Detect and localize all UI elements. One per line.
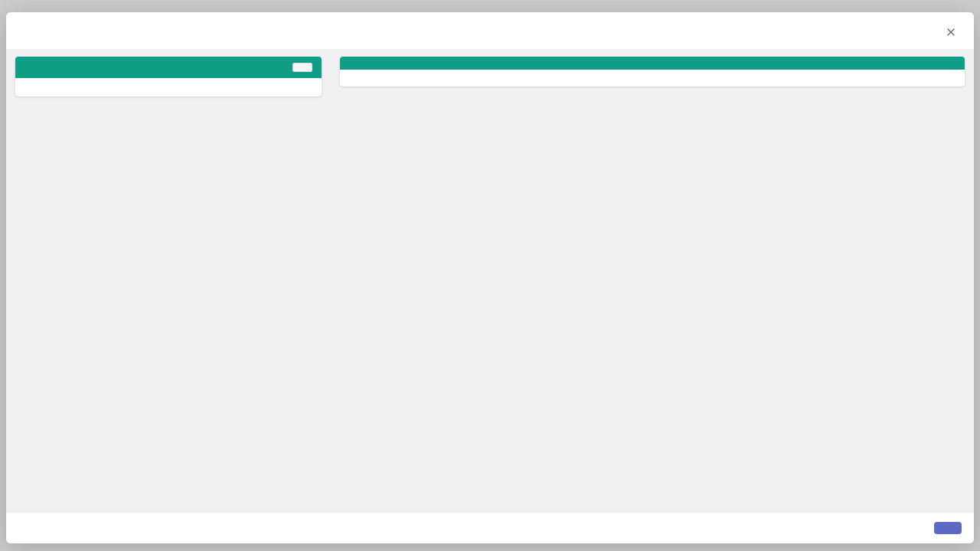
show-names-button[interactable] <box>292 63 312 72</box>
modal-footer <box>6 512 974 543</box>
modal-header <box>6 12 974 49</box>
images-panel-header <box>15 57 322 78</box>
close-icon[interactable] <box>942 23 960 41</box>
close-button[interactable] <box>934 522 962 534</box>
variants-panel <box>340 57 965 86</box>
variants-panel-header <box>340 57 965 70</box>
images-grid <box>15 78 322 96</box>
modal-body <box>6 49 974 512</box>
variants-body <box>340 70 965 86</box>
images-panel <box>15 57 322 96</box>
variant-modal <box>6 12 974 543</box>
